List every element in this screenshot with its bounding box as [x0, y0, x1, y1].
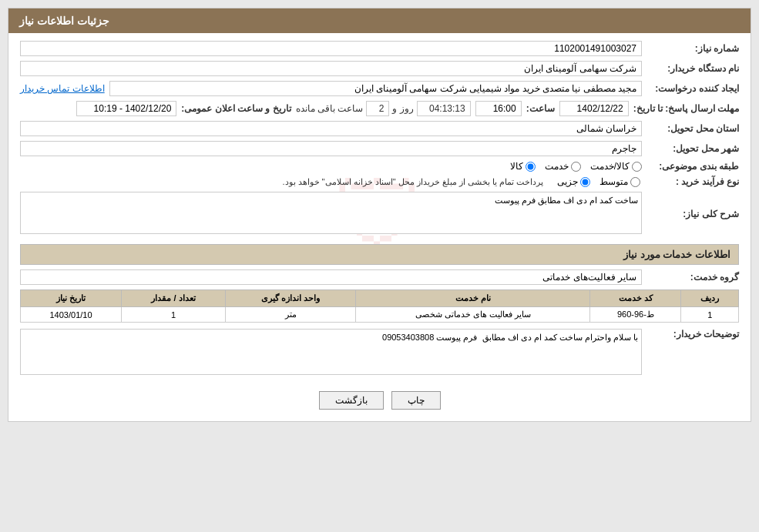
- buyer-notes-row: توضیحات خریدار:: [20, 329, 739, 377]
- city-label: شهر محل تحویل:: [646, 143, 739, 154]
- category-khadamat-item: خدمت: [545, 161, 581, 172]
- col-header-code: کد خدمت: [590, 290, 681, 307]
- remaining-time-value: 04:13:13: [417, 101, 471, 116]
- service-group-value: سایر فعالیت‌های خدماتی: [20, 269, 642, 285]
- category-kala-khadamat-radio[interactable]: [632, 162, 642, 172]
- services-section-header: اطلاعات خدمات مورد نیاز: [20, 244, 739, 265]
- col-header-unit: واحد اندازه گیری: [225, 290, 355, 307]
- creator-value: مجید مصطفی نیا متصدی خرید مواد شیمیایی ش…: [109, 81, 642, 96]
- time-remaining: 04:13:13 روز و 2 ساعت باقی مانده: [296, 101, 471, 116]
- process-radio-group: متوسط جزیی: [557, 176, 640, 187]
- request-number-value: 1102001491003027: [20, 41, 642, 56]
- city-value: جاجرم: [20, 141, 642, 156]
- category-kala-radio[interactable]: [526, 162, 536, 172]
- print-button[interactable]: چاپ: [391, 391, 441, 410]
- service-group-row: گروه خدمت: سایر فعالیت‌های خدماتی: [20, 269, 739, 285]
- process-motevaset-item: متوسط: [599, 176, 640, 187]
- process-motevaset-label: متوسط: [599, 176, 628, 187]
- summary-textarea[interactable]: [20, 192, 642, 234]
- col-header-date: تاریخ نیاز: [21, 290, 122, 307]
- category-kala-label: کالا: [510, 161, 523, 172]
- items-table: ردیف کد خدمت نام خدمت واحد اندازه گیری ت…: [20, 289, 739, 323]
- process-jazee-label: جزیی: [557, 176, 578, 187]
- creator-row: ایجاد کننده درخواست: مجید مصطفی نیا متصد…: [20, 81, 739, 96]
- response-time-label: ساعت:: [526, 103, 555, 114]
- response-date-value: 1402/12/22: [559, 101, 629, 116]
- page-title: جزئیات اطلاعات نیاز: [19, 15, 109, 27]
- category-radio-group: کالا/خدمت خدمت کالا: [510, 161, 642, 172]
- process-label: نوع فرآیند خرید :: [646, 176, 739, 187]
- category-khadamat-radio[interactable]: [571, 162, 581, 172]
- province-row: استان محل تحویل: خراسان شمالی: [20, 121, 739, 136]
- category-kala-item: کالا: [510, 161, 536, 172]
- page-header: جزئیات اطلاعات نیاز: [8, 8, 751, 33]
- table-row: 1ط-96-960سایر فعالیت های خدماتی شخصیمتر1…: [21, 307, 739, 323]
- category-kala-khadamat-item: کالا/خدمت: [590, 161, 642, 172]
- process-jazee-item: جزیی: [557, 176, 590, 187]
- buyer-notes-label: توضیحات خریدار:: [646, 329, 739, 340]
- request-number-label: شماره نیاز:: [646, 43, 739, 54]
- province-value: خراسان شمالی: [20, 121, 642, 136]
- province-label: استان محل تحویل:: [646, 123, 739, 134]
- buyer-name-row: نام دستگاه خریدار: شرکت سهامی آلومینای ا…: [20, 61, 739, 76]
- creator-label: ایجاد کننده درخواست:: [646, 83, 739, 94]
- buyer-name-label: نام دستگاه خریدار:: [646, 63, 739, 74]
- summary-row: شرح کلی نیاز:: [20, 192, 739, 236]
- response-date-row: مهلت ارسال پاسخ: تا تاریخ: 1402/12/22 سا…: [20, 101, 739, 116]
- col-header-name: نام خدمت: [356, 290, 590, 307]
- request-number-row: شماره نیاز: 1102001491003027: [20, 41, 739, 56]
- col-header-qty: تعداد / مقدار: [122, 290, 226, 307]
- buttons-row: چاپ بازگشت: [20, 383, 739, 413]
- process-motevaset-radio[interactable]: [630, 177, 640, 187]
- remaining-time-label: ساعت باقی مانده: [296, 103, 364, 114]
- remaining-days-label: روز و: [392, 103, 413, 114]
- col-header-row-num: ردیف: [681, 290, 739, 307]
- summary-label: شرح کلی نیاز:: [646, 209, 739, 219]
- buyer-name-value: شرکت سهامی آلومینای ایران: [20, 61, 642, 76]
- announce-date-value: 1402/12/20 - 10:19: [76, 101, 176, 116]
- announce-date-label: تاریخ و ساعت اعلان عمومی:: [181, 103, 291, 114]
- category-kala-khadamat-label: کالا/خدمت: [590, 161, 630, 172]
- category-label: طبقه بندی موضوعی:: [646, 161, 739, 172]
- back-button[interactable]: بازگشت: [319, 391, 384, 410]
- response-time-value: 16:00: [475, 101, 522, 116]
- process-jazee-radio[interactable]: [580, 177, 590, 187]
- category-khadamat-label: خدمت: [545, 161, 569, 172]
- remaining-days-value: 2: [366, 101, 389, 116]
- process-row: نوع فرآیند خرید : متوسط جزیی پرداخت تمام…: [20, 176, 739, 187]
- service-group-label: گروه خدمت:: [646, 272, 739, 283]
- process-note: پرداخت تمام یا بخشی از مبلغ خریداز محل "…: [282, 177, 543, 187]
- buyer-notes-textarea[interactable]: [20, 329, 642, 375]
- city-row: شهر محل تحویل: جاجرم: [20, 141, 739, 156]
- response-date-label: مهلت ارسال پاسخ: تا تاریخ:: [633, 103, 739, 114]
- category-row: طبقه بندی موضوعی: کالا/خدمت خدمت کالا: [20, 161, 739, 172]
- contact-link[interactable]: اطلاعات تماس خریدار: [20, 83, 105, 94]
